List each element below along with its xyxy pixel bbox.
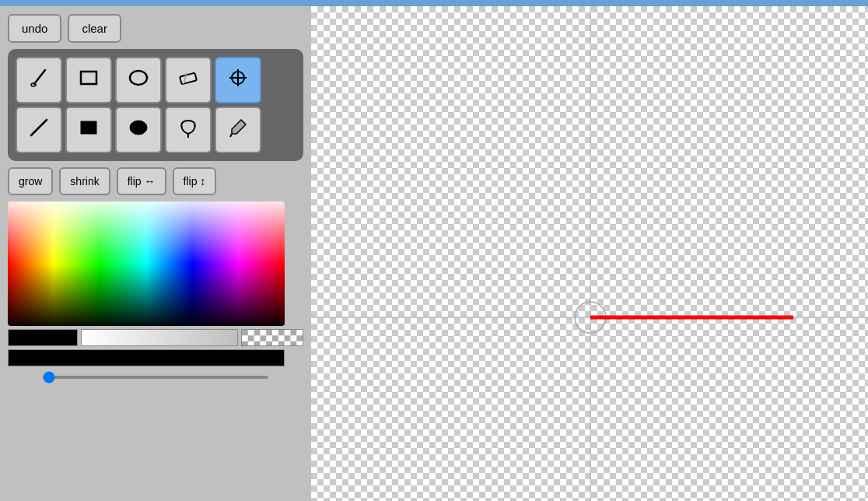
svg-point-1 [31, 83, 36, 86]
undo-button[interactable]: undo [8, 14, 61, 43]
crosshair-icon [227, 67, 249, 93]
ellipse-outline-tool[interactable] [115, 57, 162, 103]
line-tool[interactable] [16, 107, 62, 153]
svg-line-9 [31, 120, 47, 135]
svg-line-0 [34, 70, 45, 84]
color-bars [8, 329, 303, 346]
svg-rect-2 [81, 72, 96, 84]
main-area: undo clear [0, 6, 868, 501]
top-bar [0, 0, 868, 6]
black-bar[interactable] [8, 329, 78, 346]
line-icon [28, 117, 50, 143]
crosshair-tool[interactable] [215, 57, 261, 103]
svg-line-13 [230, 134, 232, 137]
left-panel: undo clear [0, 6, 311, 501]
transparent-bar[interactable] [241, 329, 303, 346]
lasso-tool[interactable] [165, 107, 212, 153]
transform-buttons: grow shrink flip ↔ flip ↕ [8, 167, 303, 195]
rect-fill-icon [78, 117, 100, 143]
rect-outline-icon [78, 67, 100, 93]
canvas-area[interactable] [311, 6, 868, 501]
ellipse-fill-tool[interactable] [115, 107, 162, 153]
ellipse-fill-icon [128, 117, 149, 143]
opacity-slider[interactable] [43, 376, 268, 379]
ellipse-outline-icon [128, 67, 149, 93]
slider-container [8, 370, 303, 385]
grow-button[interactable]: grow [8, 167, 53, 195]
eyedropper-icon [227, 117, 249, 143]
brush-icon [28, 67, 50, 93]
svg-rect-10 [81, 121, 96, 134]
svg-rect-4 [180, 73, 197, 85]
shrink-button[interactable]: shrink [59, 167, 110, 195]
tool-grid-container [8, 49, 303, 161]
tool-grid [16, 57, 296, 153]
eyedropper-tool[interactable] [215, 107, 261, 153]
brush-tool[interactable] [16, 57, 62, 103]
eraser-icon [177, 67, 199, 93]
flip-v-button[interactable]: flip ↕ [173, 167, 217, 195]
white-bar[interactable] [81, 329, 238, 346]
eraser-tool[interactable] [165, 57, 212, 103]
color-picker-area [8, 201, 303, 385]
lasso-icon [177, 117, 199, 143]
black-bar-full[interactable] [8, 349, 285, 366]
svg-point-3 [130, 71, 147, 85]
rect-fill-tool[interactable] [65, 107, 112, 153]
checkered-background [311, 6, 868, 501]
flip-h-button[interactable]: flip ↔ [117, 167, 166, 195]
color-spectrum[interactable] [8, 201, 285, 326]
rect-outline-tool[interactable] [65, 57, 112, 103]
svg-point-11 [130, 121, 147, 135]
clear-button[interactable]: clear [68, 14, 121, 43]
top-buttons: undo clear [8, 14, 303, 43]
